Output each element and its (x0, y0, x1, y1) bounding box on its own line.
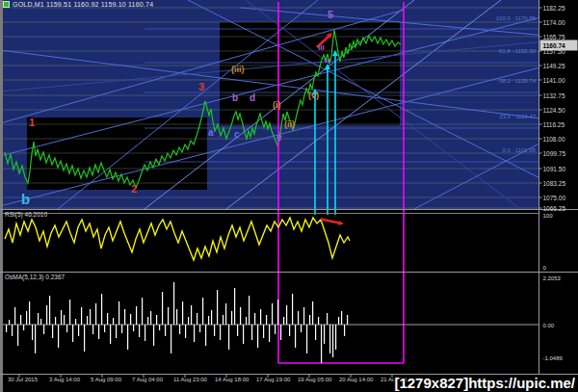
osma-bar (240, 307, 241, 325)
time-axis-label: 7 Aug 04:00 (132, 377, 164, 382)
osma-bar (312, 301, 313, 325)
price-scale-label: 1182.25 (543, 5, 565, 12)
osma-bar (228, 325, 229, 350)
osma-bar (90, 309, 91, 325)
watermark-text: [1279x827]https://upic.me/ (394, 375, 575, 391)
osma-bar (130, 314, 131, 325)
osma-bar (231, 311, 232, 325)
price-scale-label: 1066.25 (543, 205, 566, 212)
time-axis-label: 14 Aug 18:00 (215, 377, 250, 382)
osma-bar (124, 309, 125, 325)
osma-bar (301, 325, 302, 332)
osma-bar (298, 311, 299, 325)
scale-column-background (539, 0, 578, 375)
wave-label: iv (325, 56, 331, 65)
rsi-scale-max: 100 (543, 213, 554, 219)
chart-symbol-icon (3, 1, 10, 8)
osma-bar (171, 325, 171, 353)
osma-bar (104, 325, 105, 332)
wave-label: c (234, 129, 240, 140)
wave-label: iii (318, 43, 325, 52)
osma-bar (127, 325, 128, 350)
osma-bar (150, 311, 151, 325)
wave-label: (iii) (231, 65, 245, 74)
osma-bar (272, 303, 273, 325)
wave-label: (i) (273, 100, 281, 110)
osma-bar (69, 300, 70, 325)
chart-title: GOLD,M1 1159.51 1160.92 1159.10 1160.74 (13, 1, 153, 8)
time-axis-label: 3 Aug 14:00 (49, 377, 81, 382)
osma-bar (55, 317, 56, 325)
osma-bar (191, 305, 192, 325)
osma-bar (277, 300, 278, 325)
osma-bar (214, 325, 215, 336)
osma-bar (327, 313, 328, 325)
osma-bar (35, 325, 36, 353)
price-scale-label: 1149.25 (543, 63, 565, 69)
rsi-indicator-label: RSI(5) 46.2010 (5, 211, 47, 218)
osma-bar (142, 298, 143, 325)
chart-canvas[interactable]: 100.0 : 1170.8561.8 : 1152.3038.2 : 1139… (0, 0, 578, 392)
osma-bar (49, 296, 50, 325)
mt4-chart-window: 100.0 : 1170.8561.8 : 1152.3038.2 : 1139… (0, 0, 578, 392)
price-scale-label: 1108.00 (543, 136, 565, 143)
osma-bar (87, 316, 88, 325)
time-axis-label: 20 Aug 14:00 (339, 377, 374, 382)
osma-bar (159, 325, 160, 330)
osma-bar (237, 325, 238, 336)
price-scale-label: 1083.25 (543, 180, 566, 187)
osma-bar (179, 325, 180, 334)
osma-bar (110, 325, 111, 344)
osma-bar (309, 315, 310, 325)
osma-bar (223, 315, 223, 325)
osma-bar (182, 301, 183, 325)
osma-bar (199, 325, 200, 332)
osma-bar (38, 313, 39, 325)
osma-bar (32, 325, 33, 340)
wave-label: (v) (308, 91, 319, 100)
osma-bar (188, 317, 189, 325)
osma-bar (286, 305, 287, 325)
osma-bar (40, 319, 41, 325)
osma-bar (217, 290, 218, 325)
osma-bar (280, 325, 281, 340)
osma-bar (344, 325, 345, 336)
osma-bar (107, 313, 108, 325)
osma-bar (220, 325, 221, 340)
osma-bar (208, 316, 209, 325)
osma-bar (269, 325, 270, 342)
osma-bar (26, 311, 27, 325)
osma-bar (243, 325, 244, 344)
osma-bar (260, 309, 261, 325)
osma-bar (136, 306, 137, 325)
osma-bar (118, 301, 119, 325)
osma-bar (303, 307, 304, 325)
osma-bar (263, 325, 264, 338)
osma-bar (168, 307, 169, 325)
osma-bar (283, 317, 284, 325)
osma-bar (116, 325, 117, 338)
osma-bar (75, 319, 76, 325)
price-scale-label: 1132.75 (543, 92, 565, 99)
osma-indicator-label: OsMA(5,12,3) 0.2367 (5, 274, 65, 280)
osma-bar (101, 294, 102, 325)
price-scale-label: 1116.25 (543, 121, 565, 128)
osma-scale-max: 2.2053 (543, 275, 562, 281)
price-scale-label: 1141.00 (543, 77, 565, 84)
osma-scale-zero: 0.00 (543, 323, 555, 328)
osma-bar (29, 301, 30, 325)
osma-bar (14, 307, 15, 325)
price-scale-label: 1165.75 (543, 34, 565, 40)
fib-level-label: 61.8 : 1152.30 (499, 48, 537, 54)
price-scale-label: 1091.50 (543, 166, 566, 172)
fib-level-label: 38.2 : 1139.74 (499, 78, 537, 84)
osma-bar (251, 325, 252, 340)
wave-label: b (232, 92, 238, 103)
osma-bar (254, 313, 255, 325)
wave-label: 1 (29, 117, 35, 128)
wave-label: d (250, 92, 255, 103)
wave-label: 2 (131, 183, 137, 195)
osma-bar (318, 317, 319, 325)
osma-bar (139, 325, 140, 337)
time-axis-label: 19 Aug 05:00 (298, 377, 332, 382)
